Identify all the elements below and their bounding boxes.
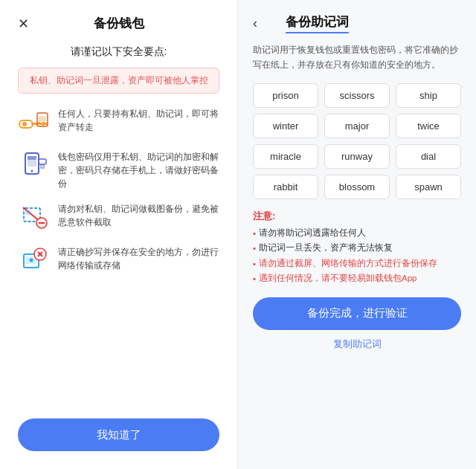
mnemonic-word-11: blossom (324, 175, 390, 199)
key-icon (18, 106, 51, 138)
phone-lock-icon (18, 149, 51, 181)
safety-item-1-text: 任何人，只要持有私钥、助记词，即可将资产转走 (58, 106, 219, 134)
safety-item-3: 请勿对私钥、助记词做截图备份，避免被恶意软件截取 (18, 201, 219, 233)
left-panel: ✕ 备份钱包 请谨记以下安全要点: 私钥、助记词一旦泄露，资产即可被他人掌控 (0, 0, 238, 469)
safety-item-4: 请正确抄写并保存在安全的地方，勿进行网络传输或存储 (18, 244, 219, 276)
mnemonic-word-10: rabbit (253, 175, 318, 199)
left-title: 备份钱包 (94, 15, 144, 32)
svg-rect-11 (39, 159, 46, 164)
note-item-2: •助记词一旦丢失，资产将无法恢复 (253, 241, 461, 256)
safety-items: 任何人，只要持有私钥、助记词，即可将资产转走 钱包密码仅用于私钥、助记词的加密和… (18, 106, 219, 407)
warning-bar: 私钥、助记词一旦泄露，资产即可被他人掌控 (18, 68, 219, 94)
safety-item-1: 任何人，只要持有私钥、助记词，即可将资产转走 (18, 106, 219, 138)
acknowledge-button[interactable]: 我知道了 (18, 418, 219, 451)
close-icon[interactable]: ✕ (18, 16, 29, 32)
safety-item-2: 钱包密码仅用于私钥、助记词的加密和解密，密码只存储在手机上，请做好密码备份 (18, 149, 219, 190)
mnemonic-word-6: twice (396, 114, 461, 138)
right-panel: ‹ 备份助记词 助记词用于恢复钱包或重置钱包密码，将它准确的抄写在纸上，并存放在… (238, 0, 476, 469)
secure-store-icon (18, 244, 51, 276)
note-item-3: •请勿通过截屏、网络传输的方式进行备份保存 (253, 256, 461, 272)
svg-rect-6 (39, 116, 46, 122)
mnemonic-word-7: miracle (253, 144, 318, 169)
left-subtitle: 请谨记以下安全要点: (71, 45, 167, 59)
safety-item-2-text: 钱包密码仅用于私钥、助记词的加密和解密，密码只存储在手机上，请做好密码备份 (58, 149, 219, 190)
mnemonic-word-9: dial (396, 144, 461, 169)
notes-title: 注意: (253, 210, 461, 223)
copy-mnemonic-link[interactable]: 复制助记词 (253, 337, 461, 351)
svg-point-1 (22, 122, 27, 126)
mnemonic-word-12: spawn (396, 175, 461, 199)
svg-rect-4 (38, 122, 40, 125)
svg-rect-9 (28, 156, 36, 160)
notes-section: 注意: •请勿将助记词透露给任何人•助记词一旦丢失，资产将无法恢复•请勿通过截屏… (253, 210, 461, 287)
right-title: 备份助记词 (286, 13, 349, 33)
mnemonic-grid: prisonscissorsshipwintermajortwicemiracl… (253, 83, 461, 199)
mnemonic-word-5: major (324, 114, 390, 138)
mnemonic-word-4: winter (253, 114, 318, 138)
screenshot-ban-icon (18, 201, 51, 233)
backup-complete-button[interactable]: 备份完成，进行验证 (253, 297, 461, 330)
svg-rect-3 (42, 122, 45, 126)
svg-point-21 (30, 259, 33, 262)
mnemonic-word-1: prison (253, 83, 318, 108)
svg-point-10 (31, 170, 33, 172)
svg-point-13 (42, 166, 43, 167)
mnemonic-word-2: scissors (324, 83, 390, 108)
left-header: ✕ 备份钱包 (18, 15, 219, 32)
svg-rect-16 (25, 210, 31, 215)
safety-item-3-text: 请勿对私钥、助记词做截图备份，避免被恶意软件截取 (58, 201, 219, 229)
safety-item-4-text: 请正确抄写并保存在安全的地方，勿进行网络传输或存储 (58, 244, 219, 272)
back-icon[interactable]: ‹ (253, 16, 257, 31)
note-item-1: •请勿将助记词透露给任何人 (253, 226, 461, 242)
note-item-4: •遇到任何情况，请不要轻易卸载钱包App (253, 271, 461, 287)
mnemonic-word-8: runway (324, 144, 390, 169)
right-description: 助记词用于恢复钱包或重置钱包密码，将它准确的抄写在纸上，并存放在只有你知道的安全… (253, 42, 461, 73)
mnemonic-word-3: ship (396, 83, 461, 108)
right-header: ‹ 备份助记词 (253, 13, 461, 33)
